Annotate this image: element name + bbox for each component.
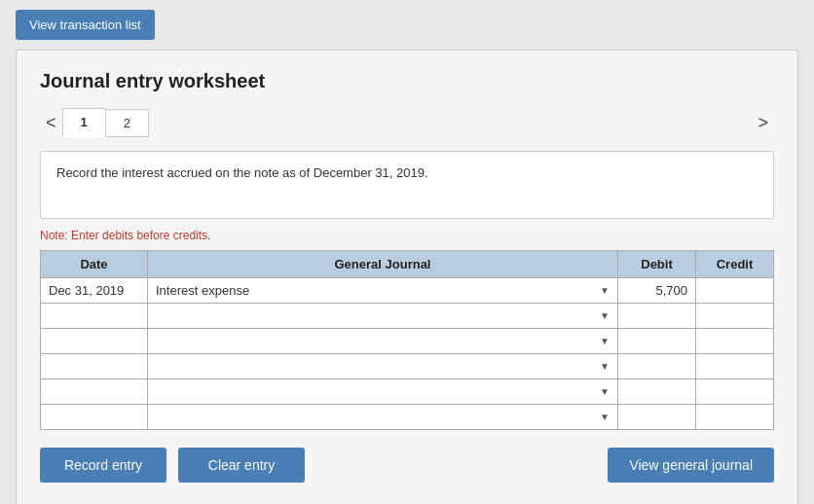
dropdown-arrow-icon[interactable]: ▼ — [600, 386, 610, 397]
row6-journal[interactable]: ▼ — [148, 405, 618, 430]
next-tab-arrow[interactable]: > — [752, 111, 774, 135]
row1-debit[interactable]: 5,700 — [618, 278, 696, 304]
row5-debit[interactable] — [618, 379, 696, 405]
row4-journal[interactable]: ▼ — [148, 354, 618, 379]
panel-title: Journal entry worksheet — [40, 70, 774, 92]
row3-journal[interactable]: ▼ — [148, 329, 618, 354]
row2-date[interactable] — [41, 304, 148, 329]
row3-date[interactable] — [41, 329, 148, 354]
row3-debit[interactable] — [618, 329, 696, 354]
col-header-date: Date — [41, 251, 148, 278]
row1-credit[interactable] — [696, 278, 774, 304]
dropdown-arrow-icon[interactable]: ▼ — [600, 336, 610, 346]
row2-credit[interactable] — [696, 304, 774, 329]
table-row: ▼ — [41, 329, 774, 354]
tab-navigation: < 1 2 > — [40, 108, 774, 137]
row6-date[interactable] — [41, 405, 148, 430]
clear-entry-button[interactable]: Clear entry — [178, 448, 305, 483]
note-text: Note: Enter debits before credits. — [40, 229, 774, 242]
dropdown-arrow-icon[interactable]: ▼ — [600, 310, 610, 321]
row1-date[interactable]: Dec 31, 2019 — [41, 278, 148, 304]
table-row: ▼ — [41, 304, 774, 329]
dropdown-arrow-icon[interactable]: ▼ — [600, 361, 610, 372]
row6-credit[interactable] — [696, 405, 774, 430]
bottom-actions: Record entry Clear entry View general jo… — [40, 448, 774, 483]
col-header-debit: Debit — [618, 251, 696, 278]
row4-debit[interactable] — [618, 354, 696, 379]
row2-debit[interactable] — [618, 304, 696, 329]
row1-journal-text: Interest expense — [156, 283, 249, 298]
row6-debit[interactable] — [618, 405, 696, 430]
row5-credit[interactable] — [696, 379, 774, 405]
main-panel: Journal entry worksheet < 1 2 > Record t… — [16, 50, 798, 504]
table-row: ▼ — [41, 405, 774, 430]
view-transaction-button[interactable]: View transaction list — [16, 10, 155, 40]
instruction-box: Record the interest accrued on the note … — [40, 151, 774, 219]
dropdown-arrow-icon[interactable]: ▼ — [600, 285, 610, 296]
col-header-journal: General Journal — [148, 251, 618, 278]
row4-credit[interactable] — [696, 354, 774, 379]
tab-1[interactable]: 1 — [62, 108, 105, 137]
record-entry-button[interactable]: Record entry — [40, 448, 166, 483]
top-bar: View transaction list — [0, 0, 814, 50]
table-row: ▼ — [41, 379, 774, 405]
col-header-credit: Credit — [696, 251, 774, 278]
row5-date[interactable] — [41, 379, 148, 405]
journal-table: Date General Journal Debit Credit Dec 31… — [40, 250, 774, 430]
prev-tab-arrow[interactable]: < — [40, 111, 62, 135]
tab-2[interactable]: 2 — [105, 109, 149, 137]
table-row: Dec 31, 2019 Interest expense ▼ 5,700 — [41, 278, 774, 304]
view-general-journal-button[interactable]: View general journal — [608, 448, 774, 483]
row4-date[interactable] — [41, 354, 148, 379]
row2-journal[interactable]: ▼ — [148, 304, 618, 329]
instruction-text: Record the interest accrued on the note … — [56, 165, 428, 180]
row5-journal[interactable]: ▼ — [148, 379, 618, 405]
row3-credit[interactable] — [696, 329, 774, 354]
dropdown-arrow-icon[interactable]: ▼ — [600, 412, 610, 422]
table-row: ▼ — [41, 354, 774, 379]
row1-journal[interactable]: Interest expense ▼ — [148, 278, 618, 304]
